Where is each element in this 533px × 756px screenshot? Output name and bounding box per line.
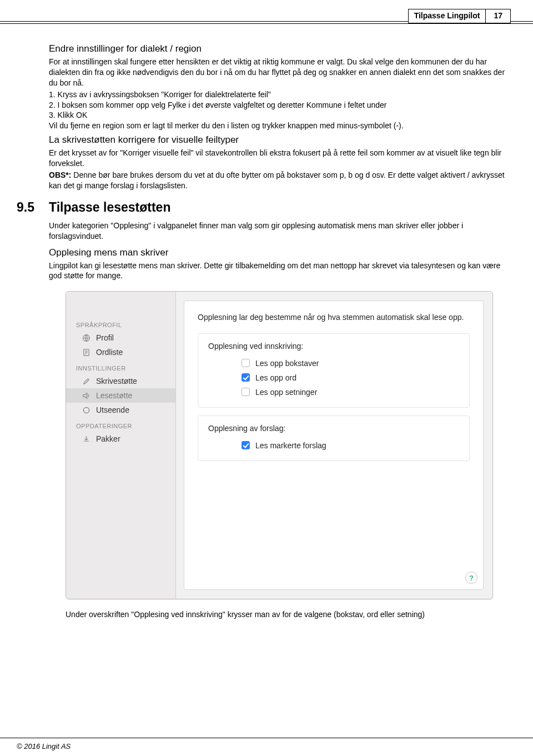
- sidebar-item-profil[interactable]: Profil: [66, 331, 175, 345]
- sidebar-item-skrivestotte[interactable]: Skrivestøtte: [66, 374, 175, 388]
- checkbox-row-ord[interactable]: Les opp ord: [208, 371, 459, 385]
- speech-icon: [82, 391, 90, 400]
- sidebar-group-oppdateringer: OPPDATERINGER: [66, 417, 175, 432]
- header-rule-bottom: [0, 23, 533, 24]
- sidebar-item-pakker[interactable]: Pakker: [66, 432, 175, 446]
- header-title: Tilpasse Lingpilot: [409, 9, 486, 23]
- pencil-icon: [82, 377, 90, 385]
- footer-copyright: © 2016 Lingit AS: [17, 742, 71, 750]
- fieldset-title: Opplesning ved innskriving:: [208, 342, 459, 351]
- section-b-obs-label: OBS*:: [49, 171, 71, 179]
- checkbox-row-bokstaver[interactable]: Les opp bokstaver: [208, 356, 459, 371]
- svg-point-2: [83, 407, 89, 413]
- section-c-p1: Under kategorien "Opplesing" i valgpanel…: [49, 221, 511, 242]
- section-a-title: Endre innstillinger for dialekt / region: [49, 43, 511, 54]
- section-number: 9.5: [17, 200, 49, 215]
- preferences-main-panel: Opplesning lar deg bestemme når og hva s…: [184, 301, 484, 590]
- section-b-title: La skrivestøtten korrigere for visuelle …: [49, 134, 511, 146]
- checkbox-icon[interactable]: [242, 373, 250, 382]
- section-b-p2-text: Denne bør bare brukes dersom du vet at d…: [49, 171, 505, 190]
- fieldset-title: Opplesning av forslag:: [208, 424, 459, 433]
- appearance-icon: [82, 405, 90, 414]
- checkbox-row-markerte-forslag[interactable]: Les markerte forslag: [208, 438, 459, 453]
- sidebar-group-sprakprofil: SPRÅKPROFIL: [66, 316, 175, 331]
- fieldset-innskriving: Opplesning ved innskriving: Les opp boks…: [198, 333, 470, 408]
- section-b-p1: Er det krysset av for "Korriger visuelle…: [49, 148, 511, 169]
- sidebar-item-label: Lesestøtte: [96, 391, 132, 400]
- checkbox-label: Les markerte forslag: [255, 441, 326, 450]
- sidebar-item-label: Pakker: [96, 434, 120, 443]
- app-window: SPRÅKPROFIL Profil Ordliste INNSTILLI: [66, 291, 493, 599]
- sidebar-item-label: Skrivestøtte: [96, 377, 137, 385]
- checkbox-row-setninger[interactable]: Les opp setninger: [208, 385, 459, 399]
- checkbox-icon[interactable]: [242, 359, 250, 367]
- section-9-5-heading: 9.5Tilpasse lesestøtten: [17, 200, 511, 215]
- globe-icon: [82, 333, 90, 342]
- preferences-sidebar: SPRÅKPROFIL Profil Ordliste INNSTILLI: [66, 292, 176, 599]
- section-a-li1: 1. Kryss av i avkryssingsboksen "Korrige…: [49, 89, 511, 100]
- footer-rule: [0, 738, 533, 738]
- sidebar-item-label: Ordliste: [96, 348, 123, 357]
- header-box: Tilpasse Lingpilot 17: [408, 9, 511, 23]
- sidebar-group-innstillinger: INNSTILLINGER: [66, 359, 175, 374]
- section-title: Tilpasse lesestøtten: [49, 200, 170, 214]
- section-a-p1: For at innstillingen skal fungere etter …: [49, 57, 511, 88]
- section-b-p2: OBS*: Denne bør bare brukes dersom du ve…: [49, 170, 511, 191]
- page-number: 17: [485, 9, 510, 23]
- sidebar-item-lesestotte[interactable]: Lesestøtte: [66, 388, 175, 403]
- help-icon: ?: [469, 574, 474, 582]
- sidebar-item-utseende[interactable]: Utseende: [66, 403, 175, 417]
- checkbox-icon[interactable]: [242, 441, 250, 449]
- checkbox-label: Les opp ord: [255, 373, 296, 382]
- fieldset-forslag: Opplesning av forslag: Les markerte fors…: [198, 415, 470, 461]
- after-screenshot-text: Under overskriften "Opplesing ved innskr…: [66, 609, 511, 620]
- sidebar-item-label: Utseende: [96, 405, 129, 414]
- sidebar-item-label: Profil: [96, 333, 114, 342]
- panel-description: Opplesning lar deg bestemme når og hva s…: [198, 312, 470, 323]
- section-c-subtitle: Opplesing mens man skriver: [49, 247, 511, 258]
- download-icon: [82, 434, 90, 443]
- section-a-p2: Vil du fjerne en region som er lagt til …: [49, 121, 511, 131]
- checkbox-label: Les opp bokstaver: [255, 359, 319, 368]
- help-button[interactable]: ?: [465, 572, 477, 584]
- checkbox-label: Les opp setninger: [255, 388, 317, 397]
- section-a-li2: 2. I boksen som kommer opp velg Fylke i …: [49, 100, 511, 111]
- sidebar-item-ordliste[interactable]: Ordliste: [66, 345, 175, 359]
- section-a-li3: 3. Klikk OK: [49, 110, 511, 121]
- checkbox-icon[interactable]: [242, 388, 250, 396]
- section-c-p2: Lingpilot kan gi lesestøtte mens man skr…: [49, 261, 511, 282]
- document-icon: [82, 348, 90, 357]
